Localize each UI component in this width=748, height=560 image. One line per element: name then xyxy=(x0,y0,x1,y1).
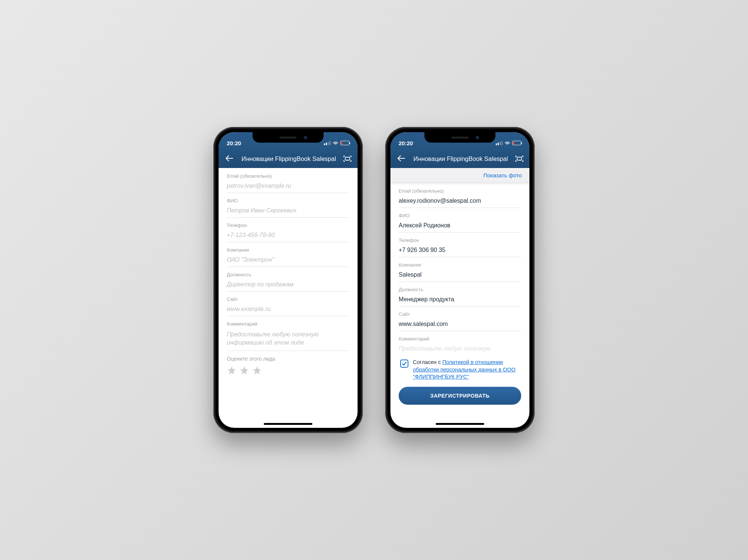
label-email: Email (обязательно) xyxy=(399,188,521,194)
label-site: Сайт xyxy=(399,311,521,317)
label-site: Сайт xyxy=(227,296,349,302)
input-email[interactable]: petrov.ivan@example.ru xyxy=(227,181,349,193)
field-comment: Комментарий Предоставьте любую полезную xyxy=(399,336,521,355)
field-fio: ФИО Петров Иван Сергеевич xyxy=(227,198,349,218)
nav-title: Инновации FlippingBook Salespal xyxy=(407,155,514,162)
battery-icon xyxy=(340,141,349,145)
label-phone: Телефон xyxy=(227,223,349,228)
wifi-icon xyxy=(333,140,339,146)
input-site[interactable]: www.salespal.com xyxy=(399,319,521,331)
wifi-icon xyxy=(504,140,510,146)
field-site: Сайт www.salespal.com xyxy=(399,311,521,331)
cellular-signal-icon xyxy=(496,141,503,145)
home-indicator[interactable] xyxy=(436,423,484,425)
input-site[interactable]: www.example.ru xyxy=(227,304,349,316)
rating-stars xyxy=(227,365,349,375)
label-company: Компания xyxy=(399,262,521,268)
star-icon[interactable] xyxy=(227,365,237,375)
label-email: Email (обязательно) xyxy=(227,173,349,179)
field-phone: Телефон +7 926 306 90 35 xyxy=(399,237,521,257)
nav-bar: Инновации FlippingBook Salespal xyxy=(219,149,358,168)
screen: 20:20 Инновации FlippingBook Salespal По… xyxy=(390,132,529,428)
label-company: Компания xyxy=(227,247,349,253)
field-company: Компания Salespal xyxy=(399,262,521,282)
phone-mockup-right: 20:20 Инновации FlippingBook Salespal По… xyxy=(385,127,535,433)
svg-rect-0 xyxy=(345,157,350,160)
input-phone[interactable]: +7 926 306 90 35 xyxy=(399,245,521,257)
label-fio: ФИО xyxy=(227,198,349,203)
phone-mockup-left: 20:20 Инновации FlippingBook Salespal Em… xyxy=(213,127,363,433)
consent-row: Согласен с Политикой в отношении обработ… xyxy=(399,357,521,387)
back-button[interactable] xyxy=(396,152,407,165)
form-content[interactable]: Email (обязательно) alexey.rodionov@sale… xyxy=(390,183,529,428)
input-role[interactable]: Менеджер продукта xyxy=(399,295,521,307)
notch xyxy=(253,132,324,143)
label-phone: Телефон xyxy=(399,237,521,243)
input-company[interactable]: Salespal xyxy=(399,270,521,282)
input-email[interactable]: alexey.rodionov@salespal.com xyxy=(399,196,521,208)
input-fio[interactable]: Петров Иван Сергеевич xyxy=(227,206,349,218)
consent-text: Согласен с Политикой в отношении обработ… xyxy=(413,359,520,381)
home-indicator[interactable] xyxy=(264,423,312,425)
input-role[interactable]: Директор по продажам xyxy=(227,280,349,292)
register-button[interactable]: ЗАРЕГИСТРИРОВАТЬ xyxy=(399,387,521,405)
status-time: 20:20 xyxy=(399,140,413,146)
nav-title: Инновации FlippingBook Salespal xyxy=(235,155,343,162)
field-phone: Телефон +7-123-456-78-90 xyxy=(227,223,349,242)
form-content[interactable]: Email (обязательно) petrov.ivan@example.… xyxy=(219,168,358,428)
input-comment[interactable]: Предоставьте любую полезную xyxy=(399,344,521,355)
field-comment: Комментарий Предоставьте любую полезную … xyxy=(227,321,349,351)
field-company: Компания ОАО "Электрон" xyxy=(227,247,349,267)
label-comment: Комментарий xyxy=(399,336,521,342)
star-icon[interactable] xyxy=(239,365,249,375)
star-icon[interactable] xyxy=(252,365,262,375)
status-time: 20:20 xyxy=(227,140,241,146)
field-role: Должность Директор по продажам xyxy=(227,272,349,292)
field-email: Email (обязательно) petrov.ivan@example.… xyxy=(227,173,349,193)
scan-icon[interactable] xyxy=(343,155,352,162)
battery-icon xyxy=(512,141,521,145)
cellular-signal-icon xyxy=(324,141,331,145)
field-role: Должность Менеджер продукта xyxy=(399,287,521,307)
back-button[interactable] xyxy=(224,152,235,165)
rating-label: Оцените этого лида xyxy=(227,356,349,362)
label-comment: Комментарий xyxy=(227,321,349,327)
field-email: Email (обязательно) alexey.rodionov@sale… xyxy=(399,188,521,208)
label-role: Должность xyxy=(227,272,349,277)
show-photo-link[interactable]: Показать фото xyxy=(483,172,522,178)
notch xyxy=(424,132,495,143)
input-fio[interactable]: Алексей Родионов xyxy=(399,221,521,233)
nav-bar: Инновации FlippingBook Salespal xyxy=(390,149,529,168)
input-phone[interactable]: +7-123-456-78-90 xyxy=(227,230,349,242)
input-company[interactable]: ОАО "Электрон" xyxy=(227,255,349,267)
field-fio: ФИО Алексей Родионов xyxy=(399,213,521,233)
input-comment[interactable]: Предоставьте любую полезную информацию о… xyxy=(227,329,349,351)
svg-rect-1 xyxy=(517,157,522,160)
top-action-bar: Показать фото xyxy=(390,168,529,183)
screen: 20:20 Инновации FlippingBook Salespal Em… xyxy=(219,132,358,428)
consent-checkbox[interactable] xyxy=(400,360,408,368)
field-site: Сайт www.example.ru xyxy=(227,296,349,316)
scan-icon[interactable] xyxy=(514,155,524,162)
label-role: Должность xyxy=(399,287,521,292)
label-fio: ФИО xyxy=(399,213,521,218)
